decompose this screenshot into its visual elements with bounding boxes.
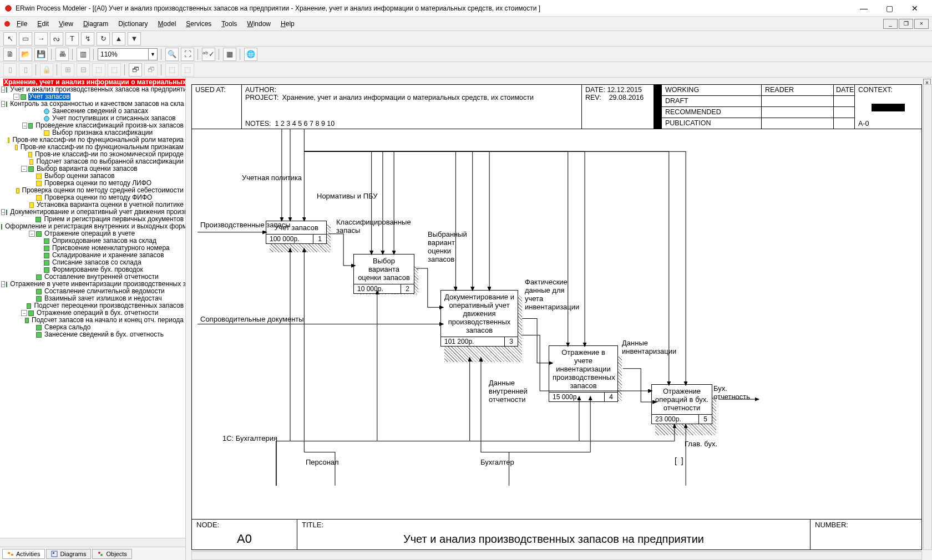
print-button[interactable]: 🖶 [55, 48, 69, 61]
zoom-combo[interactable]: ▼ [98, 48, 158, 60]
menu-help[interactable]: Help [276, 18, 299, 29]
activity-box-4[interactable]: Отражение в учете инвентаризации произво… [549, 345, 618, 402]
globe-button[interactable]: 🌐 [244, 48, 257, 61]
activity-icon [27, 303, 31, 309]
tab-activities[interactable]: Activities [2, 549, 45, 559]
refresh-tool[interactable]: ↻ [97, 32, 110, 45]
menu-file[interactable]: File [12, 18, 32, 29]
activity-icon [28, 310, 34, 316]
activity-icon [36, 217, 41, 222]
arrow-label: Классифицированные запасы [336, 218, 408, 235]
minimize-button[interactable]: — [851, 1, 877, 16]
squiggle-tool[interactable]: ᔓ [50, 32, 63, 45]
zoom-fit-button[interactable]: ⛶ [181, 48, 194, 61]
menu-dictionary[interactable]: Dictionary [114, 18, 152, 29]
footer-title: TITLE: Учет и анализ производственных за… [297, 520, 811, 549]
menu-tools[interactable]: Tools [217, 18, 241, 29]
header-marker [654, 85, 662, 129]
tree-collapse-icon[interactable]: − [1, 281, 5, 287]
menu-diagram[interactable]: Diagram [79, 18, 113, 29]
open-button[interactable]: 📂 [19, 48, 32, 61]
save-button[interactable]: 💾 [34, 48, 48, 61]
activity-icon [28, 166, 34, 172]
activity-icon [36, 274, 42, 280]
context-box-icon [872, 104, 905, 111]
activity-icon [25, 318, 29, 323]
tree-item-label: Занесение сведений в бух. отчетность [44, 331, 164, 338]
menu-model[interactable]: Model [154, 18, 181, 29]
toolbar-standard: 🗎 📂 💾 🖶 ▥ ▼ 🔍 ⛶ ᵃᵇ✓ ▦ 🌐 [0, 47, 932, 62]
child-close[interactable]: × [914, 19, 929, 29]
tree-collapse-icon[interactable]: − [21, 310, 27, 316]
idef0-header: USED AT: AUTHOR: PROJECT:Хранение, учет … [192, 85, 921, 129]
menu-bar: File Edit View Diagram Dictionary Model … [0, 17, 932, 31]
app-menu-icon [3, 20, 11, 28]
pointer-tool[interactable]: ↖ [3, 32, 17, 45]
goto-parent[interactable]: ▲ [112, 32, 125, 45]
canvas-hscrollbar[interactable] [191, 551, 922, 560]
props-button[interactable]: ▦ [223, 48, 236, 61]
arrow-label: Производственные запасы [200, 221, 291, 229]
toolbar-alignment: ▯ ▯ 🔒 ⊞ ⊟ ⬚ ⬚ 🗗 🗗 ⬚ ⬚ [0, 62, 932, 78]
activity-icon [6, 101, 7, 107]
color-button[interactable]: ▥ [77, 48, 90, 61]
group-button: ⊞ [61, 63, 74, 77]
tree-item[interactable]: Занесение сведений в бух. отчетность [0, 331, 185, 338]
activity-icon [44, 253, 49, 258]
arrow-label: Данные внутренней отчетности [489, 379, 539, 404]
activity-icon [1, 224, 2, 230]
activity-box-3[interactable]: Документирование и оперативный учет движ… [440, 290, 518, 347]
zoom-in-button[interactable]: 🔍 [165, 48, 179, 61]
zoom-input[interactable] [98, 49, 148, 60]
title-bar: ERwin Process Modeler - [(A0) Учет и ана… [0, 0, 932, 17]
close-button[interactable]: ✕ [902, 1, 928, 16]
tree-collapse-icon[interactable]: − [21, 166, 27, 172]
activity-box-5[interactable]: Отражение операций в бух. отчетности 23 … [651, 384, 712, 424]
activity-icon [28, 123, 33, 129]
spellcheck-button[interactable]: ᵃᵇ✓ [202, 48, 215, 61]
menu-services[interactable]: Services [181, 18, 216, 29]
menu-window[interactable]: Window [242, 18, 275, 29]
child-restore[interactable]: ❐ [899, 19, 913, 29]
tree-collapse-icon[interactable]: − [29, 231, 35, 237]
new-button[interactable]: 🗎 [3, 48, 17, 61]
tree-hscrollbar[interactable] [0, 538, 185, 547]
maximize-button[interactable]: ▢ [877, 1, 902, 16]
tab-objects[interactable]: Objects [92, 549, 131, 559]
activity-icon [36, 332, 42, 338]
arrow-label: Бух. отчетность [713, 384, 752, 401]
tree-collapse-icon[interactable]: − [1, 86, 5, 93]
text-tool[interactable]: T [65, 32, 79, 45]
arrow-label: 1С: Бухгалтерия [222, 434, 277, 442]
svg-rect-5 [8, 552, 10, 554]
menu-view[interactable]: View [54, 18, 78, 29]
canvas-vscrollbar[interactable] [923, 84, 932, 550]
tree-collapse-icon[interactable]: − [13, 94, 19, 100]
tree-collapse-icon[interactable]: − [1, 101, 5, 107]
header-date: DATE [834, 85, 855, 129]
activity-icon [16, 188, 19, 194]
arrow-tool[interactable]: → [34, 32, 48, 45]
zoom-dropdown-icon[interactable]: ▼ [148, 49, 157, 60]
tree-collapse-icon[interactable]: − [1, 209, 5, 215]
activity-tool[interactable]: ▭ [19, 32, 32, 45]
format-button[interactable]: 🗗 [129, 63, 142, 77]
activity-icon [21, 94, 26, 100]
idef0-sheet[interactable]: USED AT: AUTHOR: PROJECT:Хранение, учет … [191, 84, 922, 550]
tree-collapse-icon[interactable]: − [22, 123, 27, 129]
tree-item[interactable]: − Учет и анализ производственных запасов… [0, 86, 185, 93]
tree-item[interactable]: Подсчет запасов на начало и конец отч. п… [0, 317, 185, 324]
activity-box-2[interactable]: Выбор варианта оценки запасов 10 000р.2 [353, 254, 414, 294]
activity-icon [15, 145, 18, 150]
tab-diagrams[interactable]: Diagrams [46, 549, 91, 559]
align-left: ▯ [3, 63, 17, 77]
svg-point-0 [6, 5, 12, 11]
model-explorer: Хранение, учет и анализ информации о мат… [0, 78, 186, 560]
activity-icon [36, 174, 42, 179]
goto-child[interactable]: ▼ [128, 32, 141, 45]
tree-scroll[interactable]: Хранение, учет и анализ информации о мат… [0, 78, 185, 538]
distribute-button: ⬚ [165, 63, 179, 77]
menu-edit[interactable]: Edit [33, 18, 53, 29]
child-minimize[interactable]: _ [883, 19, 898, 29]
decompose-tool[interactable]: ↯ [81, 32, 94, 45]
